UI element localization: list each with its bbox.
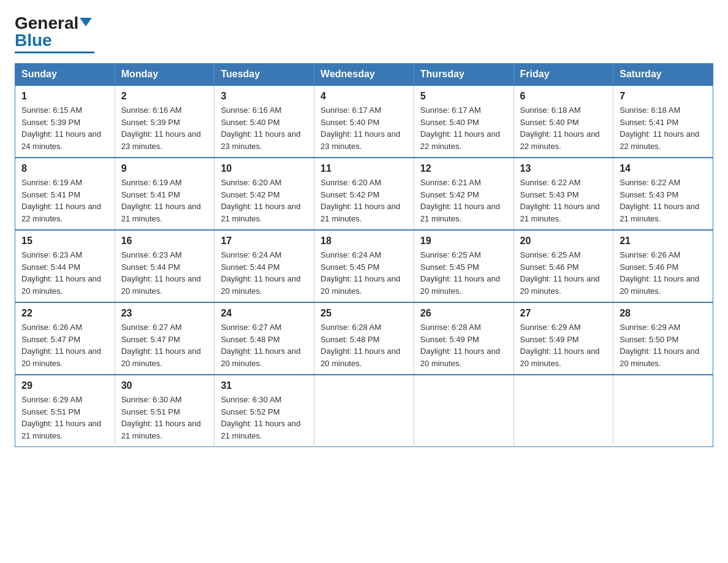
logo: General Blue (15, 15, 94, 53)
day-number: 18 (320, 236, 408, 247)
day-info: Sunrise: 6:26 AMSunset: 5:47 PMDaylight:… (21, 321, 108, 369)
calendar-cell: 13 Sunrise: 6:22 AMSunset: 5:43 PMDaylig… (514, 158, 613, 230)
day-number: 8 (21, 163, 108, 174)
day-info: Sunrise: 6:26 AMSunset: 5:46 PMDaylight:… (620, 249, 707, 297)
day-info: Sunrise: 6:30 AMSunset: 5:51 PMDaylight:… (121, 394, 208, 442)
calendar-cell (613, 375, 713, 447)
column-header-tuesday: Tuesday (214, 64, 314, 86)
day-number: 9 (121, 163, 208, 174)
calendar-cell: 25 Sunrise: 6:28 AMSunset: 5:48 PMDaylig… (314, 302, 414, 375)
calendar-cell: 19 Sunrise: 6:25 AMSunset: 5:45 PMDaylig… (414, 230, 514, 302)
calendar-cell: 14 Sunrise: 6:22 AMSunset: 5:43 PMDaylig… (613, 158, 713, 230)
calendar-cell: 30 Sunrise: 6:30 AMSunset: 5:51 PMDaylig… (115, 375, 214, 447)
calendar-cell: 28 Sunrise: 6:29 AMSunset: 5:50 PMDaylig… (613, 302, 713, 375)
column-header-friday: Friday (514, 64, 613, 86)
day-number: 6 (520, 91, 607, 102)
column-header-saturday: Saturday (613, 64, 713, 86)
column-header-monday: Monday (115, 64, 214, 86)
day-number: 22 (21, 308, 108, 319)
day-number: 12 (420, 163, 507, 174)
day-info: Sunrise: 6:17 AMSunset: 5:40 PMDaylight:… (320, 104, 408, 152)
day-number: 28 (620, 308, 707, 319)
calendar-cell: 5 Sunrise: 6:17 AMSunset: 5:40 PMDayligh… (414, 85, 514, 158)
calendar-header-row: SundayMondayTuesdayWednesdayThursdayFrid… (15, 64, 713, 86)
day-number: 27 (520, 308, 607, 319)
day-info: Sunrise: 6:23 AMSunset: 5:44 PMDaylight:… (121, 249, 208, 297)
column-header-thursday: Thursday (414, 64, 514, 86)
calendar-week-row: 8 Sunrise: 6:19 AMSunset: 5:41 PMDayligh… (15, 158, 713, 230)
day-info: Sunrise: 6:28 AMSunset: 5:49 PMDaylight:… (420, 321, 507, 369)
day-info: Sunrise: 6:27 AMSunset: 5:47 PMDaylight:… (121, 321, 208, 369)
day-info: Sunrise: 6:24 AMSunset: 5:44 PMDaylight:… (221, 249, 308, 297)
calendar-cell: 6 Sunrise: 6:18 AMSunset: 5:40 PMDayligh… (514, 85, 613, 158)
day-number: 31 (221, 380, 308, 391)
calendar-cell (314, 375, 414, 447)
day-info: Sunrise: 6:28 AMSunset: 5:48 PMDaylight:… (320, 321, 408, 369)
day-info: Sunrise: 6:16 AMSunset: 5:40 PMDaylight:… (221, 104, 308, 152)
calendar-week-row: 29 Sunrise: 6:29 AMSunset: 5:51 PMDaylig… (15, 375, 713, 447)
calendar-week-row: 1 Sunrise: 6:15 AMSunset: 5:39 PMDayligh… (15, 85, 713, 158)
day-number: 15 (21, 236, 108, 247)
logo-blue-text: Blue (15, 32, 52, 49)
calendar-cell: 9 Sunrise: 6:19 AMSunset: 5:41 PMDayligh… (115, 158, 214, 230)
day-number: 1 (21, 91, 108, 102)
day-number: 3 (221, 91, 308, 102)
day-info: Sunrise: 6:29 AMSunset: 5:49 PMDaylight:… (520, 321, 607, 369)
day-info: Sunrise: 6:22 AMSunset: 5:43 PMDaylight:… (520, 177, 607, 224)
day-info: Sunrise: 6:20 AMSunset: 5:42 PMDaylight:… (320, 177, 408, 224)
day-info: Sunrise: 6:21 AMSunset: 5:42 PMDaylight:… (420, 177, 507, 224)
day-number: 14 (620, 163, 707, 174)
day-info: Sunrise: 6:30 AMSunset: 5:52 PMDaylight:… (221, 394, 308, 442)
calendar-table: SundayMondayTuesdayWednesdayThursdayFrid… (15, 63, 713, 447)
day-info: Sunrise: 6:20 AMSunset: 5:42 PMDaylight:… (221, 177, 308, 224)
calendar-cell: 11 Sunrise: 6:20 AMSunset: 5:42 PMDaylig… (314, 158, 414, 230)
day-info: Sunrise: 6:25 AMSunset: 5:46 PMDaylight:… (520, 249, 607, 297)
day-number: 25 (320, 308, 408, 319)
day-number: 11 (320, 163, 408, 174)
day-number: 29 (21, 380, 108, 391)
calendar-cell: 20 Sunrise: 6:25 AMSunset: 5:46 PMDaylig… (514, 230, 613, 302)
calendar-cell: 22 Sunrise: 6:26 AMSunset: 5:47 PMDaylig… (15, 302, 115, 375)
calendar-cell: 31 Sunrise: 6:30 AMSunset: 5:52 PMDaylig… (214, 375, 314, 447)
day-number: 21 (620, 236, 707, 247)
day-info: Sunrise: 6:27 AMSunset: 5:48 PMDaylight:… (221, 321, 308, 369)
calendar-cell: 15 Sunrise: 6:23 AMSunset: 5:44 PMDaylig… (15, 230, 115, 302)
calendar-cell: 4 Sunrise: 6:17 AMSunset: 5:40 PMDayligh… (314, 85, 414, 158)
day-number: 17 (221, 236, 308, 247)
day-info: Sunrise: 6:22 AMSunset: 5:43 PMDaylight:… (620, 177, 707, 224)
day-info: Sunrise: 6:18 AMSunset: 5:40 PMDaylight:… (520, 104, 607, 152)
calendar-week-row: 15 Sunrise: 6:23 AMSunset: 5:44 PMDaylig… (15, 230, 713, 302)
calendar-cell: 27 Sunrise: 6:29 AMSunset: 5:49 PMDaylig… (514, 302, 613, 375)
column-header-sunday: Sunday (15, 64, 115, 86)
day-info: Sunrise: 6:29 AMSunset: 5:51 PMDaylight:… (21, 394, 108, 442)
calendar-week-row: 22 Sunrise: 6:26 AMSunset: 5:47 PMDaylig… (15, 302, 713, 375)
page-header: General Blue (15, 15, 713, 53)
logo-general-text: General (15, 15, 78, 32)
day-number: 16 (121, 236, 208, 247)
calendar-cell: 18 Sunrise: 6:24 AMSunset: 5:45 PMDaylig… (314, 230, 414, 302)
calendar-cell: 3 Sunrise: 6:16 AMSunset: 5:40 PMDayligh… (214, 85, 314, 158)
calendar-cell: 16 Sunrise: 6:23 AMSunset: 5:44 PMDaylig… (115, 230, 214, 302)
calendar-cell: 17 Sunrise: 6:24 AMSunset: 5:44 PMDaylig… (214, 230, 314, 302)
day-info: Sunrise: 6:17 AMSunset: 5:40 PMDaylight:… (420, 104, 507, 152)
calendar-cell: 1 Sunrise: 6:15 AMSunset: 5:39 PMDayligh… (15, 85, 115, 158)
day-number: 20 (520, 236, 607, 247)
logo-triangle-icon (80, 18, 92, 26)
day-info: Sunrise: 6:25 AMSunset: 5:45 PMDaylight:… (420, 249, 507, 297)
day-number: 30 (121, 380, 208, 391)
column-header-wednesday: Wednesday (314, 64, 414, 86)
day-info: Sunrise: 6:15 AMSunset: 5:39 PMDaylight:… (21, 104, 108, 152)
calendar-cell (414, 375, 514, 447)
day-info: Sunrise: 6:23 AMSunset: 5:44 PMDaylight:… (21, 249, 108, 297)
day-info: Sunrise: 6:24 AMSunset: 5:45 PMDaylight:… (320, 249, 408, 297)
day-number: 4 (320, 91, 408, 102)
calendar-cell: 26 Sunrise: 6:28 AMSunset: 5:49 PMDaylig… (414, 302, 514, 375)
day-number: 7 (620, 91, 707, 102)
calendar-cell: 10 Sunrise: 6:20 AMSunset: 5:42 PMDaylig… (214, 158, 314, 230)
day-number: 19 (420, 236, 507, 247)
day-number: 10 (221, 163, 308, 174)
day-number: 2 (121, 91, 208, 102)
calendar-cell: 21 Sunrise: 6:26 AMSunset: 5:46 PMDaylig… (613, 230, 713, 302)
calendar-cell: 2 Sunrise: 6:16 AMSunset: 5:39 PMDayligh… (115, 85, 214, 158)
day-number: 26 (420, 308, 507, 319)
